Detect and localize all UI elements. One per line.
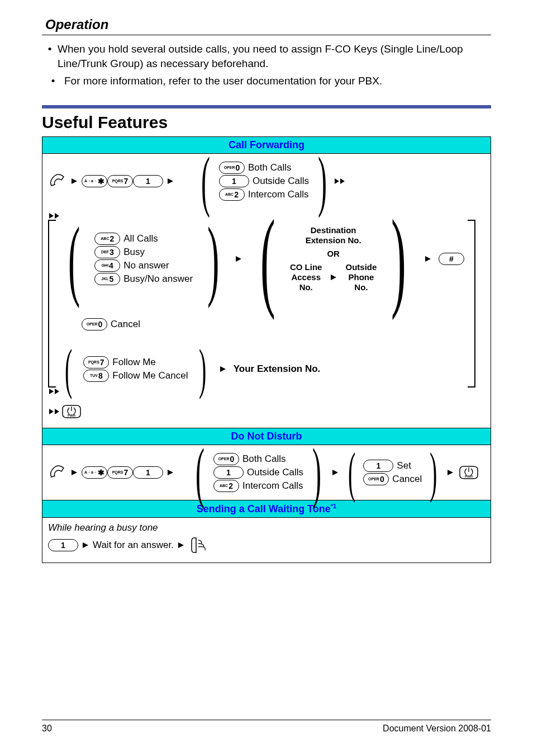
your-ext-label: Your Extension No. [234, 363, 321, 375]
call-forwarding-body: A→a→✱ PQRS7 1 ( OPER0Both Calls 1Outside… [42, 154, 491, 428]
svg-marker-15 [72, 470, 77, 475]
svg-marker-13 [55, 409, 59, 414]
double-arrow-icon [48, 212, 60, 220]
talk-icon [188, 536, 207, 555]
list-item-text: For more information, refer to the user … [64, 74, 382, 88]
page-section-title: Operation [42, 17, 491, 32]
key-0: OPER0 [213, 453, 239, 465]
svg-marker-12 [49, 409, 54, 414]
key-8: TUV8 [83, 370, 109, 382]
arrow-icon [70, 177, 78, 185]
page-number: 30 [42, 724, 52, 734]
opt-label: Busy [123, 247, 145, 258]
title-rule [42, 35, 491, 35]
key-2: ABC2 [213, 480, 239, 492]
left-bracket-icon [48, 220, 56, 388]
key-1: 1 [363, 460, 393, 472]
key-7: PQRS7 [83, 356, 109, 368]
opt-label: Cancel [111, 319, 140, 330]
opt-label: Follow Me Cancel [112, 370, 188, 381]
svg-marker-20 [83, 542, 88, 548]
svg-marker-17 [332, 470, 338, 475]
dnd-body: A→a→✱ PQRS7 1 ( OPER0Both Calls 1Outside… [42, 445, 491, 500]
arrow-icon [330, 273, 337, 281]
key-3: DEF3 [94, 246, 120, 258]
opt-label: Intercom Calls [242, 480, 303, 492]
svg-text:PWR: PWR [465, 475, 473, 478]
list-item: •For more information, refer to the user… [42, 74, 491, 88]
arrow-icon [166, 177, 174, 185]
or-label: OR [327, 249, 340, 259]
key-star: A→a→✱ [82, 175, 107, 187]
opt-label: No answer [123, 260, 169, 271]
dnd-header: Do Not Disturb [42, 428, 491, 445]
svg-marker-7 [331, 275, 336, 280]
svg-marker-4 [49, 213, 54, 219]
call-forwarding-header: Call Forwarding [42, 137, 491, 154]
offhook-icon [48, 173, 67, 189]
key-4: GHI4 [94, 259, 120, 272]
outside-phone-label: Outside Phone No. [345, 262, 377, 292]
section-divider [42, 105, 491, 108]
key-2: ABC2 [219, 188, 245, 201]
svg-marker-6 [236, 256, 241, 262]
svg-marker-10 [49, 389, 54, 394]
arrow-icon [424, 255, 432, 263]
arrow-icon [219, 365, 227, 373]
svg-marker-3 [340, 178, 345, 184]
svg-marker-2 [335, 178, 339, 184]
svg-marker-1 [168, 178, 173, 184]
key-1: 1 [133, 466, 163, 479]
arrow-icon [70, 469, 78, 476]
svg-marker-9 [220, 366, 226, 372]
key-1: 1 [213, 466, 244, 479]
dnd-calltype-options: OPER0Both Calls 1Outside Calls ABC2Inter… [213, 453, 303, 492]
key-0: OPER0 [219, 162, 245, 174]
co-line-label: CO Line Access No. [290, 262, 322, 292]
wait-label: Wait for an answer. [93, 540, 174, 551]
notes-list: •When you hold several outside calls, yo… [42, 42, 491, 88]
opt-label: Busy/No answer [123, 273, 193, 285]
svg-marker-11 [55, 389, 59, 394]
key-1: 1 [219, 175, 249, 187]
svg-text:PWR: PWR [68, 414, 76, 417]
list-item: •When you hold several outside calls, yo… [42, 42, 491, 70]
arrow-icon [177, 541, 185, 549]
key-7: PQRS7 [107, 175, 133, 187]
context-label: While hearing a busy tone [48, 522, 485, 533]
arrow-icon [331, 469, 339, 476]
condition-options: ABC2All Calls DEF3Busy GHI4No answer JKL… [94, 233, 193, 285]
offhook-icon [48, 465, 67, 480]
page-footer: 30 Document Version 2008-01 [42, 720, 491, 734]
double-arrow-icon [48, 388, 60, 395]
key-1: 1 [48, 539, 78, 551]
doc-version: Document Version 2008-01 [383, 724, 491, 734]
arrow-icon [82, 541, 89, 549]
dnd-action-options: 1Set OPER0Cancel [363, 460, 422, 485]
arrow-icon [235, 255, 242, 263]
key-0: OPER0 [82, 318, 107, 330]
svg-marker-16 [168, 470, 173, 475]
arrow-icon [166, 469, 174, 476]
key-1: 1 [133, 175, 163, 187]
key-0: OPER0 [363, 473, 389, 485]
opt-label: All Calls [123, 233, 158, 244]
svg-marker-18 [448, 470, 453, 475]
opt-label: Cancel [392, 474, 422, 485]
followme-options: PQRS7Follow Me TUV8Follow Me Cancel [83, 356, 188, 382]
key-2: ABC2 [94, 233, 120, 245]
svg-marker-5 [55, 213, 59, 219]
call-waiting-header: Sending a Call Waiting Tone*1 [42, 500, 491, 518]
power-key-icon: PWR [458, 464, 480, 481]
footnote-ref: *1 [331, 503, 336, 509]
double-arrow-icon [334, 177, 346, 185]
key-star: A→a→✱ [82, 466, 107, 479]
call-waiting-body: While hearing a busy tone 1 Wait for an … [42, 518, 491, 563]
double-arrow-icon [48, 408, 60, 415]
useful-features-heading: Useful Features [42, 113, 491, 132]
opt-label: Outside Calls [253, 176, 309, 187]
power-key-icon: PWR [60, 403, 83, 420]
opt-label: Intercom Calls [248, 189, 309, 200]
svg-marker-0 [72, 178, 77, 184]
list-item-text: When you hold several outside calls, you… [58, 42, 491, 70]
